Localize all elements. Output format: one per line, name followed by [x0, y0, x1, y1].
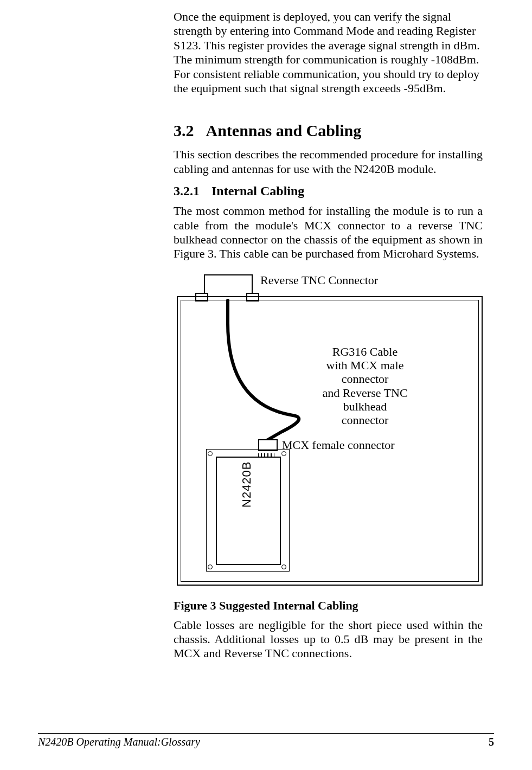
section-3-2-1-heading: 3.2.1Internal Cabling: [174, 184, 483, 198]
figure-3-caption: Figure 3 Suggested Internal Cabling: [174, 599, 483, 613]
post-figure-paragraph: Cable losses are negligible for the shor…: [174, 618, 483, 661]
mount-hole-icon: [208, 451, 213, 456]
figure-3: Reverse TNC Connector RG316 Cable with M…: [174, 269, 483, 589]
mount-hole-icon: [281, 564, 286, 569]
label-rg316-cable: RG316 Cable with MCX male connector and …: [309, 345, 421, 427]
section-3-2-1-paragraph: The most common method for installing th…: [174, 204, 483, 261]
section-title: Antennas and Cabling: [206, 121, 362, 139]
label-mcx-female: MCX female connector: [282, 438, 423, 452]
module-label: N2420B: [240, 461, 254, 508]
section-number: 3.2: [174, 121, 194, 140]
mount-hole-icon: [281, 451, 286, 456]
subsection-title: Internal Cabling: [211, 184, 304, 198]
intro-paragraph: Once the equipment is deployed, you can …: [174, 10, 483, 95]
section-3-2-paragraph: This section describes the recommended p…: [174, 147, 483, 176]
mount-hole-icon: [208, 564, 213, 569]
footer-doc-title: N2420B Operating Manual:Glossary: [38, 736, 200, 748]
subsection-number: 3.2.1: [174, 184, 200, 198]
footer-page-number: 5: [489, 736, 494, 748]
page-footer: N2420B Operating Manual:Glossary 5: [38, 733, 494, 748]
section-3-2-heading: 3.2Antennas and Cabling: [174, 121, 483, 140]
